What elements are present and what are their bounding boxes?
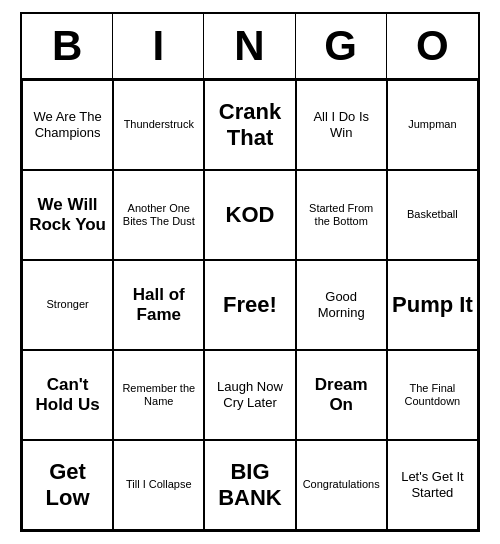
bingo-grid: We Are The ChampionsThunderstruckCrank T… [22, 80, 478, 530]
bingo-cell-4[interactable]: Jumpman [387, 80, 478, 170]
bingo-cell-12[interactable]: Free! [204, 260, 295, 350]
bingo-cell-22[interactable]: BIG BANK [204, 440, 295, 530]
header-i: I [113, 14, 204, 78]
bingo-cell-10[interactable]: Stronger [22, 260, 113, 350]
bingo-cell-18[interactable]: Dream On [296, 350, 387, 440]
bingo-cell-21[interactable]: Till I Collapse [113, 440, 204, 530]
bingo-cell-16[interactable]: Remember the Name [113, 350, 204, 440]
bingo-cell-6[interactable]: Another One Bites The Dust [113, 170, 204, 260]
bingo-cell-7[interactable]: KOD [204, 170, 295, 260]
header-b: B [22, 14, 113, 78]
bingo-cell-17[interactable]: Laugh Now Cry Later [204, 350, 295, 440]
bingo-cell-23[interactable]: Congratulations [296, 440, 387, 530]
bingo-cell-24[interactable]: Let's Get It Started [387, 440, 478, 530]
bingo-cell-19[interactable]: The Final Countdown [387, 350, 478, 440]
bingo-cell-20[interactable]: Get Low [22, 440, 113, 530]
bingo-cell-3[interactable]: All I Do Is Win [296, 80, 387, 170]
bingo-cell-13[interactable]: Good Morning [296, 260, 387, 350]
bingo-cell-15[interactable]: Can't Hold Us [22, 350, 113, 440]
header-n: N [204, 14, 295, 78]
header-g: G [296, 14, 387, 78]
header-o: O [387, 14, 478, 78]
bingo-header: B I N G O [22, 14, 478, 80]
bingo-cell-5[interactable]: We Will Rock You [22, 170, 113, 260]
bingo-card: B I N G O We Are The ChampionsThunderstr… [20, 12, 480, 532]
bingo-cell-11[interactable]: Hall of Fame [113, 260, 204, 350]
bingo-cell-8[interactable]: Started From the Bottom [296, 170, 387, 260]
bingo-cell-2[interactable]: Crank That [204, 80, 295, 170]
bingo-cell-14[interactable]: Pump It [387, 260, 478, 350]
bingo-cell-1[interactable]: Thunderstruck [113, 80, 204, 170]
bingo-cell-0[interactable]: We Are The Champions [22, 80, 113, 170]
bingo-cell-9[interactable]: Basketball [387, 170, 478, 260]
